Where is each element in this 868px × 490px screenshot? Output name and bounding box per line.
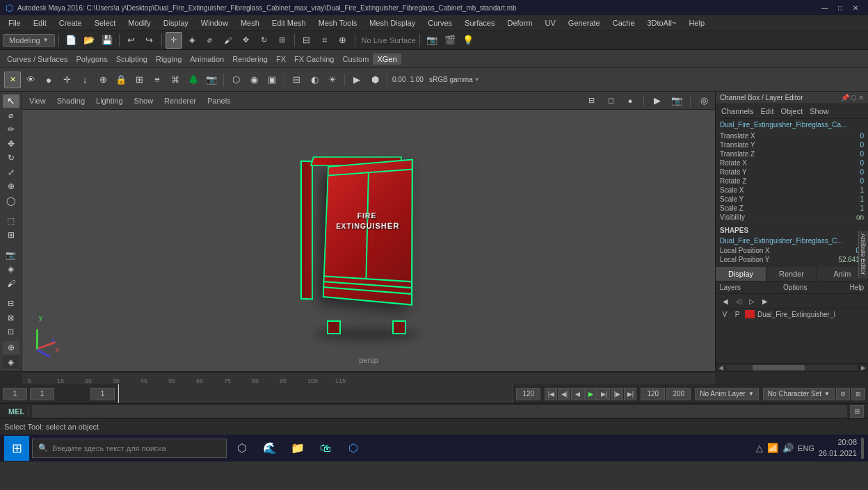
show-menu[interactable]: Show (807, 106, 832, 116)
menu-help[interactable]: Help (683, 17, 710, 28)
tab-xgen[interactable]: XGen (373, 54, 401, 65)
select-icon[interactable]: ◈ (184, 32, 200, 49)
channel-translate-y[interactable]: Translate Y 0 (716, 140, 868, 149)
timeline-frame-start[interactable]: 1 (3, 388, 27, 400)
save-file-icon[interactable]: 💾 (99, 32, 115, 49)
minimize-button[interactable]: — (818, 2, 832, 13)
channel-local-pos-y[interactable]: Local Position Y 52.641 (720, 255, 864, 264)
render-view-button[interactable]: 📷 (3, 249, 19, 262)
camera-icon[interactable]: 📷 (424, 32, 440, 49)
layers-menu[interactable]: Layers (720, 284, 741, 291)
close-button[interactable]: ✕ (849, 2, 862, 13)
render-tab[interactable]: Render (766, 267, 817, 281)
tab-curves-surfaces[interactable]: Curves / Surfaces (3, 54, 72, 65)
menu-deform[interactable]: Deform (501, 17, 538, 28)
scale-icon[interactable]: ⊞ (274, 32, 291, 49)
view-menu[interactable]: View (25, 95, 50, 106)
tab-fx[interactable]: FX (272, 54, 290, 65)
select-tool-button[interactable]: ↖ (3, 95, 19, 108)
attribute-editor-tab[interactable]: Attribute Editor (858, 231, 868, 278)
scroll-thumb[interactable] (753, 365, 805, 370)
menu-surfaces[interactable]: Surfaces (459, 17, 500, 28)
tab-rigging[interactable]: Rigging (152, 54, 186, 65)
lighting-menu[interactable]: Lighting (92, 95, 127, 106)
rotate-icon[interactable]: ↻ (256, 32, 273, 49)
redo-icon[interactable]: ↪ (141, 32, 158, 49)
ipr-icon[interactable]: ⬢ (367, 72, 383, 88)
step-back-button[interactable]: ◀| (558, 388, 570, 400)
maximize-button[interactable]: □ (833, 2, 847, 13)
menu-mesh[interactable]: Mesh (235, 17, 265, 28)
wireframe-icon[interactable]: ⬡ (227, 72, 244, 88)
tab-animation[interactable]: Animation (186, 54, 228, 65)
channel-rotate-z[interactable]: Rotate Z 0 (716, 177, 868, 186)
taskbar-volume-icon[interactable]: 🔊 (782, 443, 794, 453)
panel-pin-icon[interactable]: 📌 (841, 94, 849, 101)
file-explorer-icon[interactable]: 📁 (285, 436, 310, 461)
move-icon[interactable]: ✥ (238, 32, 255, 49)
channels-menu[interactable]: Channels (718, 106, 756, 116)
snap-point-icon[interactable]: ⊕ (335, 32, 351, 49)
layer-color-swatch[interactable] (745, 310, 755, 318)
universal-manip-button[interactable]: ⊕ (3, 180, 19, 193)
shaded-toggle-icon[interactable]: ● (622, 92, 638, 109)
menu-display[interactable]: Display (158, 17, 194, 28)
unknown-tool3-button[interactable]: ⊡ (3, 325, 19, 338)
tab-polygons[interactable]: Polygons (72, 54, 111, 65)
taskbar-search[interactable]: 🔍 Введите здесь текст для поиска (32, 439, 227, 458)
timeline-playhead[interactable]: 1 (90, 388, 115, 400)
menu-curves[interactable]: Curves (422, 17, 458, 28)
channel-local-pos-x[interactable]: Local Position X 0 (720, 246, 864, 255)
snapshot-icon[interactable]: 📷 (668, 92, 685, 109)
tab-custom[interactable]: Custom (339, 54, 373, 65)
lasso-icon[interactable]: ⌀ (202, 32, 218, 49)
open-file-icon[interactable]: 📂 (81, 32, 97, 49)
menu-window[interactable]: Window (195, 17, 234, 28)
timeline-anim-end2[interactable]: 200 (666, 388, 691, 400)
layer-back-icon[interactable]: ◁ (733, 296, 744, 306)
smooth-icon[interactable]: ◐ (306, 72, 323, 88)
wireframe-toggle-icon[interactable]: ◻ (602, 92, 619, 109)
tab-sculpting[interactable]: Sculpting (112, 54, 152, 65)
goto-start-button[interactable]: |◀ (545, 388, 557, 400)
tree-icon[interactable]: 🌲 (185, 72, 202, 88)
menu-3dtoall[interactable]: 3DtoAll~ (642, 17, 682, 28)
display-tab[interactable]: Display (716, 267, 766, 281)
menu-edit[interactable]: Edit (28, 17, 52, 28)
channel-translate-z[interactable]: Translate Z 0 (716, 149, 868, 158)
layers-icon[interactable]: ≡ (149, 72, 166, 88)
next-frame-button[interactable]: ▶| (597, 388, 610, 400)
mel-input[interactable] (32, 405, 847, 418)
viewport[interactable]: View Shading Lighting Show Renderer Pane… (22, 92, 715, 371)
grid-toggle-icon[interactable]: ⊟ (583, 92, 600, 109)
system-clock[interactable]: 20:08 26.01.2021 (819, 437, 857, 459)
transform-icon[interactable]: ✛ (166, 32, 182, 49)
show-hide-button[interactable]: ⬚ (3, 214, 19, 227)
select-tool-icon[interactable]: ✕ (4, 72, 21, 88)
crosshair-icon[interactable]: ⊕ (95, 72, 111, 88)
taskbar-notification-icon[interactable]: △ (756, 443, 763, 453)
light-icon[interactable]: 💡 (460, 32, 476, 49)
layer-visibility-flag[interactable]: V (720, 311, 730, 318)
menu-select[interactable]: Select (89, 17, 122, 28)
hypershade-button[interactable]: ◈ (3, 263, 19, 276)
gamma-dropdown-icon[interactable]: ▼ (474, 76, 480, 83)
channel-rotate-x[interactable]: Rotate X 0 (716, 158, 868, 168)
workspace-dropdown[interactable]: Modeling ▼ (3, 34, 55, 47)
paint-effects-button[interactable]: 🖌 (3, 277, 19, 291)
menu-file[interactable]: File (3, 17, 26, 28)
channel-scale-x[interactable]: Scale X 1 (716, 186, 868, 195)
tab-rendering[interactable]: Rendering (228, 54, 272, 65)
renderer-menu[interactable]: Renderer (160, 95, 200, 106)
show-menu[interactable]: Show (130, 95, 158, 106)
menu-generate[interactable]: Generate (563, 17, 606, 28)
timeline-current-frame[interactable]: 1 (30, 388, 54, 400)
menu-uv[interactable]: UV (540, 17, 561, 28)
unknown-tool1-button[interactable]: ⊟ (3, 297, 19, 310)
arrow-down-icon[interactable]: ↓ (77, 72, 93, 88)
goto-end-button[interactable]: ▶| (624, 388, 636, 400)
undo-icon[interactable]: ↩ (123, 32, 140, 49)
taskbar-wifi-icon[interactable]: 📶 (767, 443, 778, 453)
bottom-tool1-button[interactable]: ⊕ (3, 341, 19, 354)
panels-menu[interactable]: Panels (203, 95, 235, 106)
